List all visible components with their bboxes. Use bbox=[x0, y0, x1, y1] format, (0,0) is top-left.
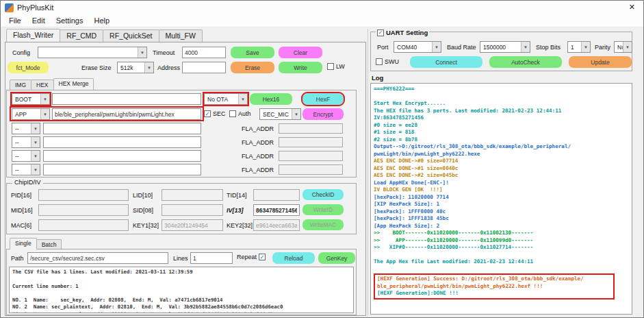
hex16-button[interactable]: Hex16 bbox=[250, 93, 292, 105]
main-tab[interactable]: Flash_Writer bbox=[6, 29, 60, 42]
ota-combo[interactable]: No OTA ▼ bbox=[204, 93, 248, 105]
menu-item[interactable]: Edit bbox=[27, 15, 51, 26]
menu-item[interactable]: Help bbox=[88, 15, 115, 26]
slot-type-combo[interactable]: -- ▼ bbox=[12, 164, 40, 175]
fct-mode-button[interactable]: fct_Mode bbox=[8, 62, 49, 73]
main-tab[interactable]: RF_QuickSet bbox=[103, 29, 159, 42]
slot-path-input[interactable] bbox=[43, 164, 201, 175]
mid-input[interactable] bbox=[38, 204, 129, 216]
config-label: Config bbox=[12, 49, 30, 56]
boot-slot-value: BOOT bbox=[15, 96, 31, 103]
uart-log[interactable]: ===PHY6222===Start Hex Encrypt......The … bbox=[370, 83, 632, 315]
uart-log-line: IV:8634785271456 bbox=[374, 114, 629, 122]
secure-tabbar: SingleBatch bbox=[10, 238, 61, 249]
fla-addr-input[interactable] bbox=[279, 137, 343, 147]
erase-size-combo[interactable]: 512k ▼ bbox=[117, 62, 154, 73]
checkid-button[interactable]: CheckID bbox=[302, 189, 344, 200]
port-label: Port bbox=[377, 44, 389, 51]
repeat-checkbox[interactable]: Repeat bbox=[237, 254, 266, 260]
parity-combo[interactable]: No ▼ bbox=[614, 41, 632, 53]
encrypt-button[interactable]: Encrypt bbox=[302, 108, 344, 120]
checkbox-box bbox=[259, 254, 266, 260]
boot-path-input[interactable] bbox=[52, 93, 201, 105]
tid-input[interactable] bbox=[253, 189, 300, 201]
iv-input[interactable] bbox=[253, 204, 300, 216]
sid-input[interactable] bbox=[162, 204, 223, 216]
sec-checkbox[interactable]: SEC bbox=[204, 110, 226, 117]
port-combo[interactable]: COM40 ▼ bbox=[394, 41, 441, 53]
lw-checkbox[interactable]: LW bbox=[327, 63, 345, 70]
flash-writer-content: Config ▼ Timeout Save Clear fct_Mode Era… bbox=[5, 42, 366, 316]
lines-label: Lines bbox=[173, 255, 188, 262]
stop-bits-combo[interactable]: 1 ▼ bbox=[567, 41, 591, 53]
slot-type-combo[interactable]: -- ▼ bbox=[12, 136, 40, 148]
lid-input[interactable] bbox=[162, 189, 223, 201]
sec-mic-value: SEC_MIC bbox=[263, 111, 289, 118]
menu-item[interactable]: Settings bbox=[51, 15, 89, 26]
writeid-button[interactable]: WriteID bbox=[302, 204, 344, 215]
secure-tab[interactable]: Batch bbox=[36, 239, 62, 249]
swu-checkbox[interactable]: SWU bbox=[376, 58, 399, 65]
hex-tab[interactable]: HEX bbox=[31, 80, 53, 90]
lines-input[interactable] bbox=[190, 252, 233, 264]
uart-setting-checkbox[interactable]: UART Setting bbox=[376, 29, 429, 36]
path-input[interactable] bbox=[27, 252, 168, 264]
mid-label: MID[16] bbox=[11, 207, 33, 214]
app-slot-combo[interactable]: APP ▼ bbox=[12, 108, 50, 120]
uart-log-line: >> APP-------0x11020000-------0x110099d0… bbox=[374, 237, 629, 245]
slot-type-combo[interactable]: -- ▼ bbox=[12, 123, 40, 134]
hex-tab[interactable]: HEX Merge bbox=[53, 78, 94, 90]
close-icon[interactable]: ✕ bbox=[629, 3, 635, 12]
main-tabbar: Flash_WriterRF_CMDRF_QuickSetMulti_FW bbox=[6, 29, 202, 42]
uart-log-line: [hexPack]: 1FFF1838 45bc bbox=[374, 215, 629, 223]
main-tab[interactable]: RF_CMD bbox=[60, 29, 103, 42]
stop-bits-value: 1 bbox=[571, 44, 574, 51]
csv-log[interactable]: The CSV file has 1 lines. Last modified:… bbox=[9, 267, 354, 313]
key1-input[interactable] bbox=[162, 219, 223, 231]
erase-button[interactable]: Erase bbox=[231, 62, 274, 73]
slot-path-input[interactable] bbox=[43, 123, 201, 134]
timeout-input[interactable] bbox=[182, 47, 226, 58]
save-button[interactable]: Save bbox=[231, 47, 274, 58]
clear-button[interactable]: Clear bbox=[279, 47, 322, 58]
connect-button[interactable]: Connect bbox=[410, 56, 482, 68]
update-button[interactable]: Update bbox=[569, 56, 632, 68]
secure-tab[interactable]: Single bbox=[10, 238, 37, 249]
baud-rate-combo[interactable]: 1500000 ▼ bbox=[480, 41, 530, 53]
uart-log-line: >> XIP#0-------0x11020000-------0x110277… bbox=[374, 244, 629, 252]
fla-addr-input[interactable] bbox=[279, 164, 343, 175]
writemac-button[interactable]: WriteMAC bbox=[302, 219, 344, 230]
reload-button[interactable]: Reload bbox=[272, 252, 315, 264]
pid-input[interactable] bbox=[38, 189, 129, 201]
address-label: Address bbox=[157, 64, 180, 71]
slot-type-combo[interactable]: -- ▼ bbox=[12, 150, 40, 162]
mac-label: MAC[6] bbox=[11, 222, 31, 229]
fla-addr-input[interactable] bbox=[279, 151, 343, 161]
checkbox-box bbox=[229, 110, 236, 117]
auth-checkbox[interactable]: Auth bbox=[229, 110, 251, 117]
panel-splitter[interactable] bbox=[368, 29, 368, 316]
uart-log-line: AES ENC DONE->#2 size=045bc bbox=[374, 172, 629, 180]
app-path-input[interactable] bbox=[52, 108, 201, 120]
uart-log-line: AES ENC DONE->#1 size=0040c bbox=[374, 165, 629, 173]
menu-item[interactable]: File bbox=[3, 15, 27, 26]
genkey-button[interactable]: GenKey bbox=[318, 252, 355, 264]
write-button[interactable]: Write bbox=[279, 62, 322, 73]
boot-slot-combo[interactable]: BOOT ▼ bbox=[12, 93, 50, 105]
chevron-down-icon: ▼ bbox=[623, 42, 632, 52]
hex-tab[interactable]: IMG bbox=[10, 80, 31, 90]
hexf-button[interactable]: HexF bbox=[302, 93, 344, 105]
slot-path-input[interactable] bbox=[43, 150, 201, 162]
config-combo[interactable]: ▼ bbox=[38, 47, 147, 58]
main-tab[interactable]: Multi_FW bbox=[159, 29, 203, 42]
checkbox-box bbox=[376, 58, 383, 65]
key2-input[interactable] bbox=[253, 219, 300, 231]
mac-input[interactable] bbox=[38, 219, 129, 231]
address-input[interactable] bbox=[182, 62, 226, 73]
fla-addr-input[interactable] bbox=[279, 123, 343, 134]
merge-row: -- ▼ FLA_ADDR bbox=[5, 164, 357, 178]
slot-path-input[interactable] bbox=[43, 136, 201, 148]
autocheck-button[interactable]: AutoCheck bbox=[489, 56, 562, 68]
csv-log-line: The CSV file has 1 lines. Last modified:… bbox=[12, 269, 350, 276]
sec-mic-combo[interactable]: SEC_MIC ▼ bbox=[259, 108, 301, 120]
